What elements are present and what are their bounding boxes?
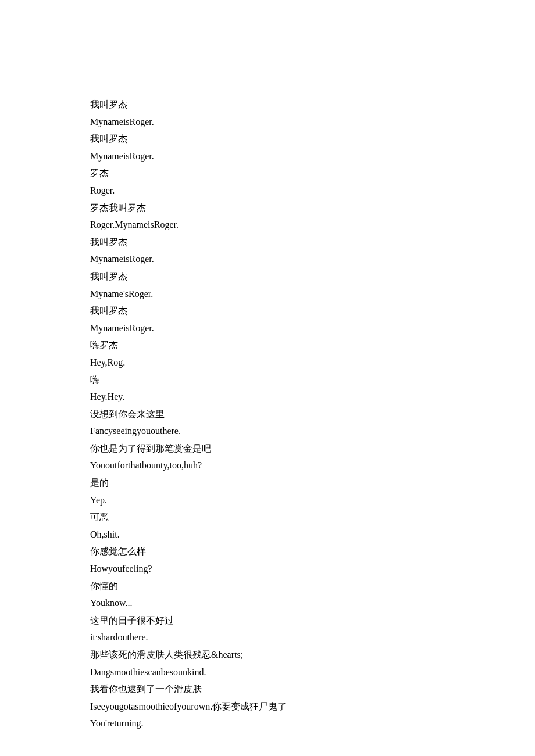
text-line: Yep. xyxy=(90,492,535,509)
text-line: 我叫罗杰 xyxy=(90,234,535,251)
text-line: Myname'sRoger. xyxy=(90,285,535,303)
text-line: Oh,shit. xyxy=(90,526,535,543)
text-line: 我叫罗杰 xyxy=(90,268,535,285)
text-line: 你也是为了得到那笔赏金是吧 xyxy=(90,440,535,457)
text-line: You'returning. xyxy=(90,715,535,732)
document-text-body: 我叫罗杰MynameisRoger.我叫罗杰MynameisRoger.罗杰Ro… xyxy=(90,96,535,732)
text-line: 我看你也逮到了一个滑皮肤 xyxy=(90,680,535,698)
text-line: 没想到你会来这里 xyxy=(90,406,535,423)
text-line: 我叫罗杰 xyxy=(90,96,535,113)
text-line: Hey,Rog. xyxy=(90,354,535,371)
text-line: 可恶 xyxy=(90,508,535,526)
text-line: 嗨 xyxy=(90,371,535,389)
text-line: MynameisRoger. xyxy=(90,148,535,165)
text-line: Roger.MynameisRoger. xyxy=(90,216,535,234)
text-line: Dangsmoothiescanbesounkind. xyxy=(90,664,535,681)
text-line: 那些该死的滑皮肤人类很残忍&hearts; xyxy=(90,646,535,664)
text-line: MynameisRoger. xyxy=(90,320,535,337)
text-line: 我叫罗杰 xyxy=(90,130,535,148)
text-line: MynameisRoger. xyxy=(90,250,535,268)
text-line: 罗杰我叫罗杰 xyxy=(90,199,535,217)
text-line: Hey.Hey. xyxy=(90,388,535,406)
text-line: Howyoufeeling? xyxy=(90,560,535,578)
text-line: Youknow... xyxy=(90,594,535,612)
text-line: Yououtforthatbounty,too,huh? xyxy=(90,457,535,474)
text-line: 这里的日子很不好过 xyxy=(90,612,535,629)
text-line: 你感觉怎么样 xyxy=(90,543,535,560)
text-line: 你懂的 xyxy=(90,578,535,595)
text-line: Iseeyougotasmoothieofyourown.你要变成狂尸鬼了 xyxy=(90,698,535,715)
text-line: Roger. xyxy=(90,182,535,199)
text-line: it·shardouthere. xyxy=(90,629,535,646)
text-line: 嗨罗杰 xyxy=(90,336,535,354)
text-line: 罗杰 xyxy=(90,164,535,182)
text-line: 是的 xyxy=(90,474,535,492)
text-line: 我叫罗杰 xyxy=(90,302,535,320)
text-line: MynameisRoger. xyxy=(90,113,535,131)
text-line: Fancyseeingyououthere. xyxy=(90,422,535,440)
